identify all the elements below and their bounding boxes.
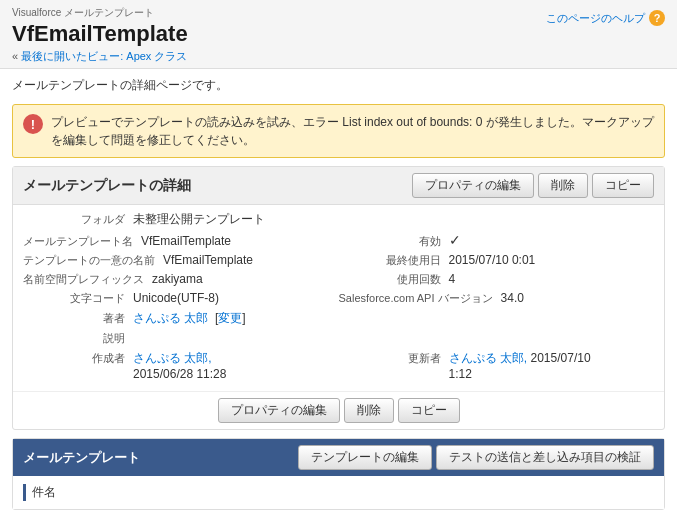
edit-properties-button-bottom[interactable]: プロパティの編集 — [218, 398, 340, 423]
template-section: メールテンプレート テンプレートの編集 テストの送信と差し込み項目の検証 件名 — [12, 438, 665, 510]
template-name-label: メールテンプレート名 — [23, 234, 141, 249]
template-section-header: メールテンプレート テンプレートの編集 テストの送信と差し込み項目の検証 — [13, 439, 664, 476]
usage-count-field: 使用回数 4 — [339, 272, 655, 287]
active-label: 有効 — [339, 234, 449, 249]
updated-by-value: さんぷる 太郎, 2015/07/10 1:12 — [449, 350, 655, 381]
usage-count-label: 使用回数 — [339, 272, 449, 287]
api-version-label: Salesforce.com API バージョン — [339, 291, 501, 306]
detail-section: メールテンプレートの詳細 プロパティの編集 削除 コピー フォルダ 未整理公開テ… — [12, 166, 665, 430]
help-icon: ? — [649, 10, 665, 26]
created-time: 11:28 — [196, 367, 226, 381]
updated-by-label: 更新者 — [339, 351, 449, 366]
description-row: 説明 — [23, 331, 654, 346]
page-description: メールテンプレートの詳細ページです。 — [0, 69, 677, 100]
encoding-label: 文字コード — [23, 291, 133, 306]
detail-body: フォルダ 未整理公開テンプレート メールテンプレート名 VfEmailTempl… — [13, 205, 664, 391]
updated-by-field: 更新者 さんぷる 太郎, 2015/07/10 1:12 — [339, 350, 655, 381]
unique-name-label: テンプレートの一意の名前 — [23, 253, 163, 268]
namespace-row: 名前空間プレフィックス zakiyama 使用回数 4 — [23, 272, 654, 287]
unique-name-value: VfEmailTemplate — [163, 253, 339, 267]
created-updated-row: 作成者 さんぷる 太郎, 2015/06/28 11:28 更新者 さんぷる 太… — [23, 350, 654, 381]
folder-value: 未整理公開テンプレート — [133, 211, 339, 228]
test-send-button[interactable]: テストの送信と差し込み項目の検証 — [436, 445, 654, 470]
edit-template-button[interactable]: テンプレートの編集 — [298, 445, 432, 470]
author-row: 著者 さんぷる 太郎 [変更] — [23, 310, 654, 327]
error-box: ! プレビューでテンプレートの読み込みを試み、エラー List index ou… — [12, 104, 665, 158]
last-used-label: 最終使用日 — [339, 253, 449, 268]
active-value: ✓ — [449, 232, 655, 248]
api-version-field: Salesforce.com API バージョン 34.0 — [339, 291, 655, 306]
description-label: 説明 — [23, 331, 133, 346]
template-body: 件名 — [13, 476, 664, 509]
usage-count-value: 4 — [449, 272, 655, 286]
template-name-value: VfEmailTemplate — [141, 234, 339, 248]
namespace-field: 名前空間プレフィックス zakiyama — [23, 272, 339, 287]
template-name-field: メールテンプレート名 VfEmailTemplate — [23, 234, 339, 249]
created-by-link[interactable]: さんぷる 太郎, — [133, 351, 212, 365]
namespace-value: zakiyama — [152, 272, 339, 286]
detail-footer-buttons: プロパティの編集 削除 コピー — [218, 398, 460, 423]
template-section-title: メールテンプレート — [23, 449, 140, 467]
template-header-buttons: テンプレートの編集 テストの送信と差し込み項目の検証 — [298, 445, 654, 470]
delete-button-top[interactable]: 削除 — [538, 173, 588, 198]
help-link-text: このページのヘルプ — [546, 11, 645, 26]
delete-button-bottom[interactable]: 削除 — [344, 398, 394, 423]
copy-button-bottom[interactable]: コピー — [398, 398, 460, 423]
created-by-value: さんぷる 太郎, 2015/06/28 11:28 — [133, 350, 339, 381]
unique-name-row: テンプレートの一意の名前 VfEmailTemplate 最終使用日 2015/… — [23, 253, 654, 268]
author-change-link[interactable]: 変更 — [218, 311, 242, 325]
encoding-row: 文字コード Unicode(UTF-8) Salesforce.com API … — [23, 291, 654, 306]
breadcrumb: « 最後に開いたビュー: Apex クラス — [12, 49, 665, 64]
author-value: さんぷる 太郎 [変更] — [133, 310, 339, 327]
detail-footer: プロパティの編集 削除 コピー — [13, 391, 664, 429]
subject-row: 件名 — [23, 484, 654, 501]
encoding-value: Unicode(UTF-8) — [133, 291, 339, 305]
author-link[interactable]: さんぷる 太郎 — [133, 311, 208, 325]
description-field: 説明 — [23, 331, 339, 346]
detail-section-title: メールテンプレートの詳細 — [23, 177, 191, 195]
last-used-value: 2015/07/10 0:01 — [449, 253, 655, 267]
created-by-label: 作成者 — [23, 351, 133, 366]
folder-field: フォルダ 未整理公開テンプレート — [23, 211, 339, 228]
author-label: 著者 — [23, 311, 133, 326]
created-by-field: 作成者 さんぷる 太郎, 2015/06/28 11:28 — [23, 350, 339, 381]
unique-name-field: テンプレートの一意の名前 VfEmailTemplate — [23, 253, 339, 268]
template-name-row: メールテンプレート名 VfEmailTemplate 有効 ✓ — [23, 232, 654, 249]
encoding-field: 文字コード Unicode(UTF-8) — [23, 291, 339, 306]
help-link[interactable]: このページのヘルプ ? — [546, 10, 665, 26]
edit-properties-button-top[interactable]: プロパティの編集 — [412, 173, 534, 198]
author-field: 著者 さんぷる 太郎 [変更] — [23, 310, 339, 327]
breadcrumb-prefix: « — [12, 50, 18, 62]
updated-by-link[interactable]: さんぷる 太郎, — [449, 351, 528, 365]
subject-label: 件名 — [23, 484, 56, 501]
folder-label: フォルダ — [23, 212, 133, 227]
updated-date: 2015/07/10 — [531, 351, 591, 365]
updated-time: 1:12 — [449, 367, 472, 381]
created-date: 2015/06/28 — [133, 367, 193, 381]
error-icon: ! — [23, 114, 43, 134]
folder-row: フォルダ 未整理公開テンプレート — [23, 211, 654, 228]
api-version-value: 34.0 — [501, 291, 654, 305]
last-used-field: 最終使用日 2015/07/10 0:01 — [339, 253, 655, 268]
breadcrumb-link[interactable]: 最後に開いたビュー: Apex クラス — [21, 50, 187, 62]
active-field: 有効 ✓ — [339, 232, 655, 249]
copy-button-top[interactable]: コピー — [592, 173, 654, 198]
namespace-label: 名前空間プレフィックス — [23, 272, 152, 287]
error-text: プレビューでテンプレートの読み込みを試み、エラー List index out … — [51, 113, 654, 149]
detail-section-header: メールテンプレートの詳細 プロパティの編集 削除 コピー — [13, 167, 664, 205]
detail-header-buttons: プロパティの編集 削除 コピー — [412, 173, 654, 198]
